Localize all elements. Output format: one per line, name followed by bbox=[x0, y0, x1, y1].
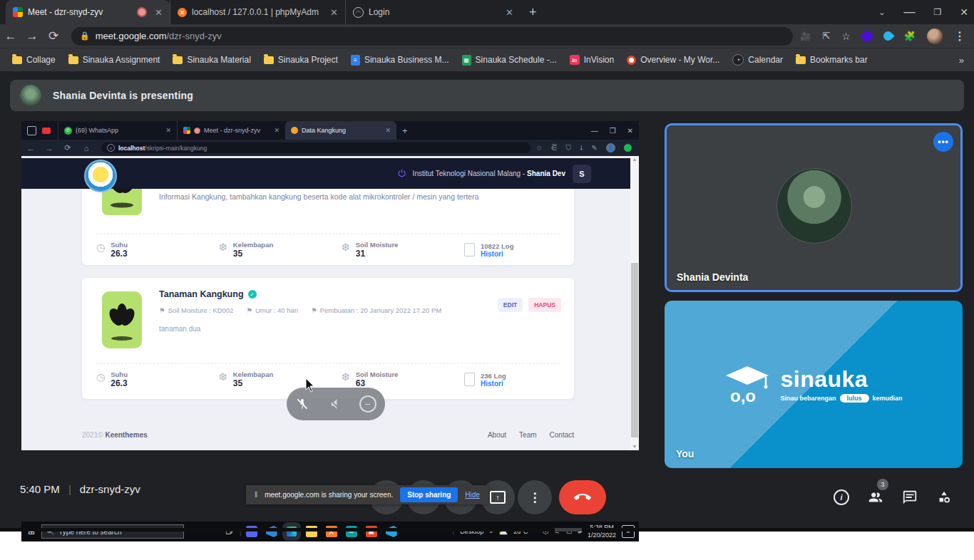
favorites-icon[interactable]: ⛉ bbox=[565, 144, 571, 152]
activities-button[interactable] bbox=[930, 483, 958, 512]
back-icon[interactable]: ← bbox=[21, 144, 40, 152]
bookmark-label: Collage bbox=[26, 55, 56, 65]
footer-brand[interactable]: Keenthemes bbox=[105, 431, 147, 439]
bookmark-folder-bookmarks-bar[interactable]: Bookmarks bar bbox=[789, 51, 874, 68]
forward-icon[interactable]: → bbox=[40, 144, 58, 152]
shared-tab-whatsapp[interactable]: ✆ (69) WhatsApp ✕ bbox=[58, 121, 177, 140]
bookmark-invision[interactable]: inInVision bbox=[563, 51, 620, 68]
participants-button[interactable]: 3 bbox=[861, 483, 890, 512]
home-icon[interactable]: ⌂ bbox=[77, 144, 96, 152]
bookmark-sinauka-schedule[interactable]: ▦Sinauka Schedule -... bbox=[456, 51, 563, 68]
close-tab-icon[interactable]: ✕ bbox=[330, 7, 338, 18]
close-tab-icon[interactable]: ✕ bbox=[506, 7, 513, 18]
footer-link-about[interactable]: About bbox=[488, 431, 506, 439]
collections-icon[interactable]: ⋶ bbox=[551, 144, 558, 152]
notification-center-icon[interactable]: ≡ bbox=[622, 525, 635, 538]
meet-stage: Shania Devinta is presenting ✆ (69) What… bbox=[0, 71, 974, 528]
tile-presenter[interactable]: ••• Shania Devinta bbox=[665, 123, 963, 292]
extension-purple-icon[interactable] bbox=[860, 29, 874, 43]
edit-button[interactable]: EDIT bbox=[498, 298, 523, 312]
chat-button[interactable] bbox=[896, 483, 924, 512]
meeting-details-button[interactable]: i bbox=[827, 483, 856, 512]
unpin-icon[interactable] bbox=[295, 397, 309, 411]
audio-muted-icon[interactable] bbox=[327, 397, 342, 411]
reload-icon[interactable]: ⟳ bbox=[58, 143, 77, 152]
window-close-button[interactable]: ✕ bbox=[960, 6, 968, 18]
close-tab-icon[interactable]: ✕ bbox=[385, 127, 391, 134]
windows-taskbar: ⊞ 🔍 Type here to search 🗇 | X ∞ ▣ | Desk… bbox=[21, 522, 639, 541]
tab-meet[interactable]: Meet - dzr-snyd-zyv ✕ bbox=[6, 0, 170, 24]
tile-options-button[interactable]: ••• bbox=[933, 132, 953, 152]
close-tab-icon[interactable]: ✕ bbox=[165, 127, 171, 134]
bookmark-overview[interactable]: Overview - My Wor... bbox=[620, 51, 726, 68]
power-icon[interactable]: ⏻ bbox=[398, 168, 405, 180]
remove-from-call-icon[interactable]: − bbox=[359, 395, 376, 413]
tile-self[interactable]: o,o sinauka Sinau bebarengan lulus kemud… bbox=[665, 301, 963, 468]
window-restore-button[interactable]: ❐ bbox=[934, 7, 942, 17]
scrollbar-thumb[interactable] bbox=[631, 263, 638, 437]
end-call-button[interactable] bbox=[559, 480, 606, 514]
profile-avatar[interactable] bbox=[927, 28, 943, 44]
bookmarks-overflow-icon[interactable]: » bbox=[959, 55, 964, 66]
back-icon[interactable]: ← bbox=[0, 29, 21, 43]
chrome-menu-icon[interactable]: ⋮ bbox=[954, 29, 965, 43]
window-minimize-button[interactable]: — bbox=[904, 6, 916, 19]
youtube-pinned-tab-icon[interactable] bbox=[42, 128, 51, 134]
taskbar-search[interactable]: 🔍 Type here to search bbox=[41, 524, 184, 539]
bookmark-sinauka-material[interactable]: Sinauka Material bbox=[166, 51, 257, 68]
histori-link[interactable]: Histori bbox=[481, 250, 513, 258]
bookmark-sinauka-business[interactable]: ≡Sinauka Business M... bbox=[344, 51, 456, 68]
tab-login[interactable]: ◠ Login ✕ bbox=[345, 0, 521, 24]
footer-link-team[interactable]: Team bbox=[519, 431, 536, 439]
plant-thumbnail bbox=[102, 291, 142, 348]
card-description: Informasi Kangkung, tambahkan kangkung b… bbox=[159, 192, 558, 201]
bookmark-star-icon[interactable]: ☆ bbox=[536, 144, 543, 152]
more-options-button[interactable]: ⋮ bbox=[518, 480, 552, 514]
forward-icon[interactable]: → bbox=[21, 29, 43, 43]
window-restore-button[interactable]: ❐ bbox=[610, 127, 616, 135]
participant-avatar bbox=[776, 168, 852, 244]
horizontal-scrollbar[interactable] bbox=[0, 528, 974, 532]
shared-tab-meet[interactable]: Meet - dzr-snyd-zyv ✕ bbox=[177, 121, 285, 140]
scrollbar-thumb[interactable] bbox=[555, 528, 582, 532]
profile-icon[interactable]: 👤 bbox=[606, 143, 615, 152]
extension-drop-icon[interactable] bbox=[881, 29, 894, 42]
close-tab-icon[interactable]: ✕ bbox=[274, 127, 280, 134]
snowflake-icon: ❆ bbox=[342, 372, 350, 382]
footer-link-contact[interactable]: Contact bbox=[550, 431, 574, 439]
user-avatar-badge[interactable]: S bbox=[573, 165, 591, 183]
page-scrollbar[interactable]: ▲ ▼ bbox=[630, 156, 639, 450]
bookmark-calendar[interactable]: ◔Calendar bbox=[726, 51, 789, 68]
bookmark-sinauka-assignment[interactable]: Sinauka Assignment bbox=[62, 51, 167, 68]
url-host: localhost bbox=[118, 145, 145, 152]
downloads-icon[interactable]: ⭣ bbox=[580, 144, 583, 152]
folder-icon bbox=[173, 56, 183, 64]
hide-link[interactable]: Hide bbox=[465, 491, 480, 499]
tab-phpmyadmin[interactable]: X localhost / 127.0.0.1 | phpMyAdm ✕ bbox=[170, 0, 345, 24]
bookmark-star-icon[interactable]: ☆ bbox=[841, 31, 851, 42]
close-tab-icon[interactable]: ✕ bbox=[155, 7, 163, 18]
bookmark-collage[interactable]: Collage bbox=[6, 51, 62, 68]
date-label[interactable]: 1/20/2022 bbox=[588, 532, 616, 539]
drag-handle-icon[interactable]: ‖ bbox=[255, 491, 257, 499]
info-icon: i bbox=[834, 489, 849, 505]
new-tab-button[interactable]: + bbox=[529, 5, 537, 20]
shared-tab-data-kangkung[interactable]: Data Kangkung ✕ bbox=[285, 121, 396, 140]
histori-link[interactable]: Histori bbox=[481, 380, 506, 388]
tab-group-icon[interactable] bbox=[27, 126, 36, 135]
camera-permission-icon[interactable]: 🎥 bbox=[800, 31, 811, 41]
address-bar[interactable]: 🔒 meet.google.com/dzr-snyd-zyv bbox=[71, 27, 793, 46]
reload-icon[interactable]: ⟳ bbox=[43, 28, 64, 43]
hapus-button[interactable]: HAPUS bbox=[528, 298, 561, 312]
new-tab-button[interactable]: + bbox=[402, 125, 408, 136]
share-icon[interactable]: ⇱ bbox=[822, 31, 830, 41]
edit-icon[interactable]: ✎ bbox=[592, 144, 598, 152]
bookmark-sinauka-project[interactable]: Sinauka Project bbox=[257, 51, 344, 68]
shared-address-bar[interactable]: i localhost/skripsi-main/kangkung bbox=[101, 142, 530, 153]
extension-green-icon[interactable] bbox=[624, 144, 632, 152]
extensions-puzzle-icon[interactable]: 🧩 bbox=[904, 31, 916, 41]
window-minimize-button[interactable]: — bbox=[591, 127, 598, 135]
window-close-button[interactable]: ✕ bbox=[627, 127, 633, 135]
tab-search-chevron-icon[interactable]: ⌄ bbox=[878, 8, 885, 17]
stop-sharing-button[interactable]: Stop sharing bbox=[400, 487, 458, 502]
